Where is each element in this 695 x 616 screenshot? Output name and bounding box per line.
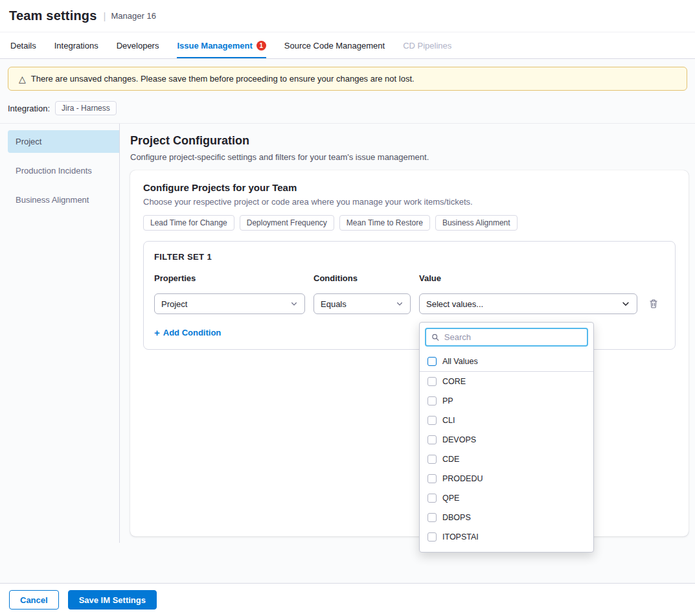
conditions-select[interactable]: Equals bbox=[313, 293, 411, 314]
settings-tabs: Details Integrations Developers Issue Ma… bbox=[0, 32, 695, 59]
tab-source-code-management[interactable]: Source Code Management bbox=[284, 32, 385, 58]
value-dropdown-panel: All Values CORE bbox=[419, 322, 594, 553]
delete-condition-button[interactable] bbox=[646, 293, 661, 314]
option-dbops[interactable]: DBOPS bbox=[420, 508, 593, 527]
search-icon bbox=[431, 333, 440, 342]
all-values-option[interactable]: All Values bbox=[420, 352, 593, 372]
banner-text: There are unsaved changes. Please save t… bbox=[31, 74, 415, 84]
unsaved-changes-badge: 1 bbox=[256, 41, 266, 51]
metric-chip-deployment-frequency[interactable]: Deployment Frequency bbox=[240, 215, 334, 231]
option-label: QPE bbox=[442, 494, 459, 503]
chevron-down-icon bbox=[290, 300, 298, 308]
save-im-settings-button[interactable]: Save IM Settings bbox=[68, 590, 157, 610]
warning-triangle-icon: △︎ bbox=[19, 74, 26, 84]
all-values-label: All Values bbox=[442, 357, 478, 366]
value-select-wrapper: Select values... bbox=[419, 293, 637, 314]
add-condition-label: Add Condition bbox=[163, 328, 222, 337]
metric-chip-business-alignment[interactable]: Business Alignment bbox=[435, 215, 518, 231]
chevron-down-icon bbox=[396, 300, 404, 308]
option-cde[interactable]: CDE bbox=[420, 450, 593, 469]
metric-chip-mean-time-to-restore[interactable]: Mean Time to Restore bbox=[339, 215, 430, 231]
unsaved-changes-banner: △︎ There are unsaved changes. Please sav… bbox=[8, 67, 687, 91]
option-cli[interactable]: CLI bbox=[420, 411, 593, 430]
option-core[interactable]: CORE bbox=[420, 372, 593, 391]
sidebar-item-project[interactable]: Project bbox=[8, 130, 119, 153]
checkbox[interactable] bbox=[427, 396, 437, 405]
sidebar-item-production-incidents[interactable]: Production Incidents bbox=[8, 159, 119, 182]
checkbox[interactable] bbox=[427, 513, 437, 522]
option-pipe[interactable]: PIPE bbox=[420, 547, 593, 552]
integration-chip[interactable]: Jira - Harness bbox=[55, 101, 117, 115]
dropdown-options-list[interactable]: CORE PP CLI bbox=[420, 372, 593, 552]
content-area: △︎ There are unsaved changes. Please sav… bbox=[0, 59, 695, 583]
option-qpe[interactable]: QPE bbox=[420, 488, 593, 508]
team-name: Manager 16 bbox=[111, 11, 156, 21]
configure-projects-card: Configure Projects for your Team Choose … bbox=[130, 170, 689, 536]
option-itopstai[interactable]: ITOPSTAI bbox=[420, 527, 593, 547]
tab-label: Source Code Management bbox=[284, 41, 385, 51]
page: Team settings | Manager 16 Details Integ… bbox=[0, 0, 695, 616]
plus-icon: + bbox=[154, 327, 160, 338]
checkbox[interactable] bbox=[427, 435, 437, 444]
option-label: DBOPS bbox=[442, 513, 471, 522]
option-label: CORE bbox=[442, 377, 466, 386]
sidebar-item-label: Project bbox=[16, 137, 41, 146]
option-prodedu[interactable]: PRODEDU bbox=[420, 469, 593, 488]
integration-label: Integration: bbox=[8, 104, 50, 113]
page-title: Team settings bbox=[9, 8, 97, 23]
card-title: Configure Projects for your Team bbox=[143, 182, 676, 193]
chevron-down-icon bbox=[621, 299, 630, 308]
banner-container: △︎ There are unsaved changes. Please sav… bbox=[0, 59, 695, 96]
card-subtitle: Choose your respective project or code a… bbox=[143, 197, 676, 207]
search-input[interactable] bbox=[444, 332, 582, 342]
tab-label: Developers bbox=[117, 41, 159, 51]
tab-label: Details bbox=[10, 41, 36, 51]
value-multiselect[interactable]: Select values... bbox=[419, 293, 637, 314]
column-header-value: Value bbox=[419, 273, 637, 283]
tab-label: CD Pipelines bbox=[403, 41, 451, 51]
tab-integrations[interactable]: Integrations bbox=[54, 32, 98, 58]
option-label: ITOPSTAI bbox=[442, 532, 479, 542]
tab-details[interactable]: Details bbox=[10, 32, 36, 58]
checkbox[interactable] bbox=[427, 377, 437, 386]
option-devops[interactable]: DEVOPS bbox=[420, 430, 593, 450]
option-label: CDE bbox=[442, 455, 459, 464]
page-header: Team settings | Manager 16 bbox=[0, 0, 695, 32]
metric-chip-lead-time[interactable]: Lead Time for Change bbox=[143, 215, 234, 231]
checkbox[interactable] bbox=[427, 455, 437, 464]
filter-grid: Properties Conditions Value Project Equa… bbox=[154, 273, 665, 314]
section-subtitle: Configure project-specific settings and … bbox=[130, 152, 689, 162]
tab-cd-pipelines: CD Pipelines bbox=[403, 32, 451, 58]
tab-issue-management[interactable]: Issue Management 1 bbox=[177, 32, 266, 58]
option-pp[interactable]: PP bbox=[420, 391, 593, 411]
checkbox[interactable] bbox=[427, 532, 437, 542]
column-header-conditions: Conditions bbox=[313, 273, 411, 283]
body-row: Project Production Incidents Business Al… bbox=[0, 124, 695, 543]
tab-developers[interactable]: Developers bbox=[117, 32, 159, 58]
dropdown-search-box bbox=[425, 328, 588, 347]
all-values-checkbox[interactable] bbox=[427, 357, 437, 366]
checkbox[interactable] bbox=[427, 474, 437, 483]
sidebar: Project Production Incidents Business Al… bbox=[0, 124, 120, 543]
integration-row: Integration: Jira - Harness bbox=[0, 96, 695, 124]
title-separator: | bbox=[104, 10, 106, 21]
add-condition-button[interactable]: + Add Condition bbox=[154, 327, 221, 338]
value-select-placeholder: Select values... bbox=[426, 299, 483, 309]
tab-label: Issue Management bbox=[177, 41, 252, 51]
properties-select[interactable]: Project bbox=[154, 293, 305, 314]
metric-chip-row: Lead Time for Change Deployment Frequenc… bbox=[143, 215, 676, 231]
properties-select-value: Project bbox=[161, 299, 187, 309]
checkbox[interactable] bbox=[427, 416, 437, 425]
option-label: CLI bbox=[442, 416, 455, 425]
filter-set-1: FILTER SET 1 Properties Conditions Value… bbox=[143, 241, 676, 350]
sidebar-item-label: Business Alignment bbox=[16, 195, 89, 205]
sidebar-item-label: Production Incidents bbox=[16, 166, 92, 176]
option-label: PRODEDU bbox=[442, 474, 483, 483]
tab-label: Integrations bbox=[54, 41, 98, 51]
cancel-button[interactable]: Cancel bbox=[9, 590, 59, 610]
column-header-properties: Properties bbox=[154, 273, 305, 283]
option-label: DEVOPS bbox=[442, 435, 476, 444]
sidebar-item-business-alignment[interactable]: Business Alignment bbox=[8, 188, 119, 211]
checkbox[interactable] bbox=[427, 494, 437, 503]
section-title: Project Configuration bbox=[130, 134, 689, 148]
